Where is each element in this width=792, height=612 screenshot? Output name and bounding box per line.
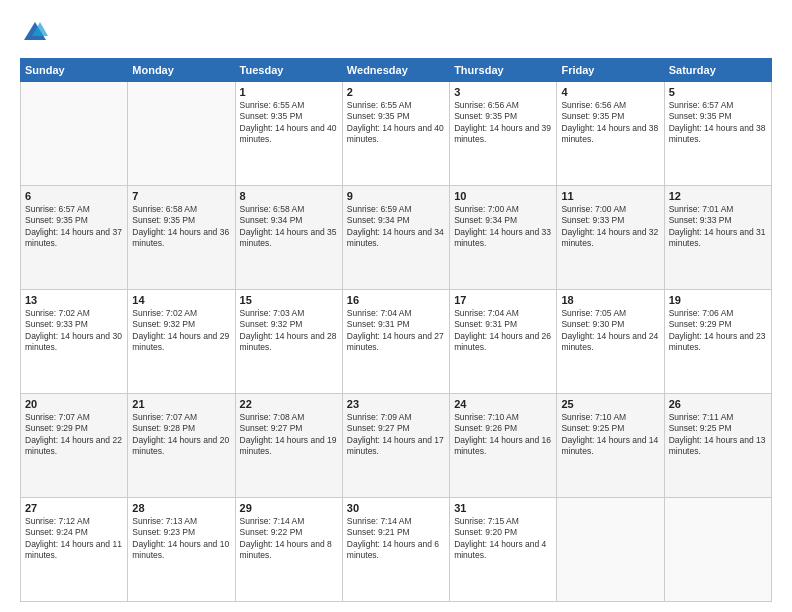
calendar-day-cell: 6Sunrise: 6:57 AMSunset: 9:35 PMDaylight… [21,186,128,290]
day-number: 6 [25,190,123,202]
calendar-day-cell: 21Sunrise: 7:07 AMSunset: 9:28 PMDayligh… [128,394,235,498]
day-number: 10 [454,190,552,202]
calendar-day-cell: 23Sunrise: 7:09 AMSunset: 9:27 PMDayligh… [342,394,449,498]
day-info: Sunrise: 6:57 AMSunset: 9:35 PMDaylight:… [25,204,123,250]
calendar-day-cell: 8Sunrise: 6:58 AMSunset: 9:34 PMDaylight… [235,186,342,290]
calendar-day-cell: 11Sunrise: 7:00 AMSunset: 9:33 PMDayligh… [557,186,664,290]
day-info: Sunrise: 7:02 AMSunset: 9:32 PMDaylight:… [132,308,230,354]
calendar-week-row: 27Sunrise: 7:12 AMSunset: 9:24 PMDayligh… [21,498,772,602]
calendar-header-row: SundayMondayTuesdayWednesdayThursdayFrid… [21,59,772,82]
calendar-day-cell: 29Sunrise: 7:14 AMSunset: 9:22 PMDayligh… [235,498,342,602]
day-info: Sunrise: 7:07 AMSunset: 9:29 PMDaylight:… [25,412,123,458]
calendar-day-cell: 25Sunrise: 7:10 AMSunset: 9:25 PMDayligh… [557,394,664,498]
day-number: 1 [240,86,338,98]
day-number: 7 [132,190,230,202]
calendar-day-cell: 30Sunrise: 7:14 AMSunset: 9:21 PMDayligh… [342,498,449,602]
calendar-day-cell [128,82,235,186]
day-number: 11 [561,190,659,202]
calendar-day-cell: 2Sunrise: 6:55 AMSunset: 9:35 PMDaylight… [342,82,449,186]
day-info: Sunrise: 6:56 AMSunset: 9:35 PMDaylight:… [454,100,552,146]
calendar-day-cell: 7Sunrise: 6:58 AMSunset: 9:35 PMDaylight… [128,186,235,290]
day-info: Sunrise: 7:07 AMSunset: 9:28 PMDaylight:… [132,412,230,458]
day-number: 24 [454,398,552,410]
day-info: Sunrise: 7:08 AMSunset: 9:27 PMDaylight:… [240,412,338,458]
day-info: Sunrise: 7:03 AMSunset: 9:32 PMDaylight:… [240,308,338,354]
weekday-header: Wednesday [342,59,449,82]
day-info: Sunrise: 7:01 AMSunset: 9:33 PMDaylight:… [669,204,767,250]
day-number: 16 [347,294,445,306]
calendar-day-cell: 26Sunrise: 7:11 AMSunset: 9:25 PMDayligh… [664,394,771,498]
day-number: 4 [561,86,659,98]
calendar-table: SundayMondayTuesdayWednesdayThursdayFrid… [20,58,772,602]
calendar-day-cell: 28Sunrise: 7:13 AMSunset: 9:23 PMDayligh… [128,498,235,602]
calendar-week-row: 6Sunrise: 6:57 AMSunset: 9:35 PMDaylight… [21,186,772,290]
day-info: Sunrise: 7:04 AMSunset: 9:31 PMDaylight:… [347,308,445,354]
day-info: Sunrise: 6:57 AMSunset: 9:35 PMDaylight:… [669,100,767,146]
day-info: Sunrise: 7:14 AMSunset: 9:22 PMDaylight:… [240,516,338,562]
day-number: 30 [347,502,445,514]
day-info: Sunrise: 7:14 AMSunset: 9:21 PMDaylight:… [347,516,445,562]
day-info: Sunrise: 6:58 AMSunset: 9:35 PMDaylight:… [132,204,230,250]
calendar-day-cell: 15Sunrise: 7:03 AMSunset: 9:32 PMDayligh… [235,290,342,394]
weekday-header: Saturday [664,59,771,82]
weekday-header: Sunday [21,59,128,82]
day-info: Sunrise: 7:11 AMSunset: 9:25 PMDaylight:… [669,412,767,458]
day-info: Sunrise: 7:00 AMSunset: 9:34 PMDaylight:… [454,204,552,250]
calendar-day-cell [21,82,128,186]
day-number: 20 [25,398,123,410]
calendar-day-cell: 18Sunrise: 7:05 AMSunset: 9:30 PMDayligh… [557,290,664,394]
calendar-week-row: 20Sunrise: 7:07 AMSunset: 9:29 PMDayligh… [21,394,772,498]
calendar-day-cell: 10Sunrise: 7:00 AMSunset: 9:34 PMDayligh… [450,186,557,290]
day-info: Sunrise: 6:56 AMSunset: 9:35 PMDaylight:… [561,100,659,146]
day-number: 26 [669,398,767,410]
day-number: 3 [454,86,552,98]
day-info: Sunrise: 6:58 AMSunset: 9:34 PMDaylight:… [240,204,338,250]
day-info: Sunrise: 7:10 AMSunset: 9:25 PMDaylight:… [561,412,659,458]
calendar-day-cell: 14Sunrise: 7:02 AMSunset: 9:32 PMDayligh… [128,290,235,394]
day-number: 21 [132,398,230,410]
day-number: 14 [132,294,230,306]
day-info: Sunrise: 7:04 AMSunset: 9:31 PMDaylight:… [454,308,552,354]
calendar-day-cell: 16Sunrise: 7:04 AMSunset: 9:31 PMDayligh… [342,290,449,394]
weekday-header: Friday [557,59,664,82]
page: SundayMondayTuesdayWednesdayThursdayFrid… [0,0,792,612]
day-info: Sunrise: 7:05 AMSunset: 9:30 PMDaylight:… [561,308,659,354]
calendar-week-row: 13Sunrise: 7:02 AMSunset: 9:33 PMDayligh… [21,290,772,394]
calendar-day-cell: 22Sunrise: 7:08 AMSunset: 9:27 PMDayligh… [235,394,342,498]
day-info: Sunrise: 7:15 AMSunset: 9:20 PMDaylight:… [454,516,552,562]
calendar-day-cell: 13Sunrise: 7:02 AMSunset: 9:33 PMDayligh… [21,290,128,394]
calendar-day-cell: 24Sunrise: 7:10 AMSunset: 9:26 PMDayligh… [450,394,557,498]
day-number: 15 [240,294,338,306]
day-number: 19 [669,294,767,306]
weekday-header: Tuesday [235,59,342,82]
weekday-header: Monday [128,59,235,82]
calendar-day-cell [557,498,664,602]
day-number: 28 [132,502,230,514]
day-number: 29 [240,502,338,514]
day-number: 9 [347,190,445,202]
day-info: Sunrise: 7:06 AMSunset: 9:29 PMDaylight:… [669,308,767,354]
day-info: Sunrise: 7:09 AMSunset: 9:27 PMDaylight:… [347,412,445,458]
calendar-day-cell: 9Sunrise: 6:59 AMSunset: 9:34 PMDaylight… [342,186,449,290]
calendar-day-cell: 3Sunrise: 6:56 AMSunset: 9:35 PMDaylight… [450,82,557,186]
day-number: 12 [669,190,767,202]
calendar-day-cell: 12Sunrise: 7:01 AMSunset: 9:33 PMDayligh… [664,186,771,290]
header [20,18,772,48]
day-number: 2 [347,86,445,98]
day-info: Sunrise: 7:12 AMSunset: 9:24 PMDaylight:… [25,516,123,562]
day-number: 18 [561,294,659,306]
day-number: 5 [669,86,767,98]
calendar-day-cell: 1Sunrise: 6:55 AMSunset: 9:35 PMDaylight… [235,82,342,186]
day-number: 17 [454,294,552,306]
day-info: Sunrise: 6:55 AMSunset: 9:35 PMDaylight:… [240,100,338,146]
logo [20,18,54,48]
calendar-day-cell: 20Sunrise: 7:07 AMSunset: 9:29 PMDayligh… [21,394,128,498]
day-info: Sunrise: 7:02 AMSunset: 9:33 PMDaylight:… [25,308,123,354]
weekday-header: Thursday [450,59,557,82]
day-info: Sunrise: 7:10 AMSunset: 9:26 PMDaylight:… [454,412,552,458]
day-number: 25 [561,398,659,410]
logo-icon [20,18,50,48]
calendar-day-cell: 27Sunrise: 7:12 AMSunset: 9:24 PMDayligh… [21,498,128,602]
calendar-day-cell: 17Sunrise: 7:04 AMSunset: 9:31 PMDayligh… [450,290,557,394]
calendar-day-cell: 5Sunrise: 6:57 AMSunset: 9:35 PMDaylight… [664,82,771,186]
